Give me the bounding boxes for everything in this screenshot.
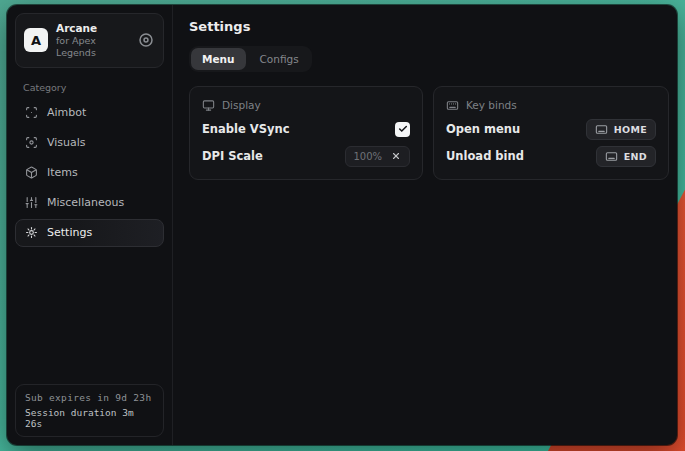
sidebar-item-settings[interactable]: Settings <box>15 219 164 247</box>
vsync-checkbox[interactable] <box>395 122 410 137</box>
unload-bind-row: Unload bind END <box>446 144 656 168</box>
keyboard-icon <box>605 150 618 163</box>
keybinds-card: Key binds Open menu HOME <box>433 86 669 180</box>
vsync-row: Enable VSync <box>202 117 410 141</box>
sidebar-item-label: Miscellaneous <box>47 196 124 209</box>
sidebar-item-label: Aimbot <box>47 106 86 119</box>
scan-eye-icon <box>25 136 38 149</box>
dpi-value: 100% <box>353 151 382 162</box>
category-label: Category <box>23 82 156 93</box>
main-content: Settings Menu Configs Display <box>173 5 685 445</box>
keybinds-card-header: Key binds <box>446 96 656 114</box>
sidebar-item-label: Items <box>47 166 78 179</box>
page-title: Settings <box>189 19 669 34</box>
clear-dpi-button[interactable] <box>390 150 402 162</box>
sub-expiry-text: Sub expires in 9d 23h <box>25 392 154 403</box>
tab-bar: Menu Configs <box>189 46 312 72</box>
sidebar-item-aimbot[interactable]: Aimbot <box>15 99 164 127</box>
gear-icon <box>25 226 38 239</box>
open-menu-bind-button[interactable]: HOME <box>586 119 656 140</box>
keyboard-icon <box>595 123 608 136</box>
display-card: Display Enable VSync <box>189 86 423 180</box>
package-icon <box>25 166 38 179</box>
check-icon <box>398 124 408 134</box>
sidebar-item-label: Visuals <box>47 136 86 149</box>
app-window: A Arcane for Apex Legends Category <box>7 5 677 445</box>
app-subtitle: for Apex Legends <box>56 35 129 59</box>
monitor-icon <box>202 99 215 112</box>
sidebar-item-items[interactable]: Items <box>15 159 164 187</box>
dpi-label: DPI Scale <box>202 149 263 163</box>
x-icon <box>391 151 401 161</box>
dpi-scale-input[interactable]: 100% <box>345 146 410 167</box>
settings-cards: Display Enable VSync <box>189 86 669 180</box>
keybinds-card-title: Key binds <box>466 99 517 111</box>
open-menu-label: Open menu <box>446 122 520 136</box>
sidebar-item-miscellaneous[interactable]: Miscellaneous <box>15 189 164 217</box>
open-menu-bind-key: HOME <box>614 124 647 135</box>
brand-card: A Arcane for Apex Legends <box>15 13 164 68</box>
target-icon[interactable] <box>137 31 155 49</box>
sidebar: A Arcane for Apex Legends Category <box>7 5 173 445</box>
sidebar-item-label: Settings <box>47 226 92 239</box>
keyboard-icon <box>446 99 459 112</box>
sidebar-item-visuals[interactable]: Visuals <box>15 129 164 157</box>
display-card-title: Display <box>222 99 261 111</box>
sidebar-nav: Aimbot Visuals <box>15 99 164 247</box>
display-card-header: Display <box>202 96 410 114</box>
dpi-row: DPI Scale 100% <box>202 144 410 168</box>
brand-text: Arcane for Apex Legends <box>56 22 129 59</box>
sidebar-spacer <box>15 247 164 384</box>
unload-bind-button[interactable]: END <box>596 146 656 167</box>
sliders-icon <box>25 196 38 209</box>
tab-menu[interactable]: Menu <box>191 48 246 70</box>
app-logo: A <box>24 28 48 52</box>
tab-configs[interactable]: Configs <box>249 48 310 70</box>
session-duration-text: Session duration 3m 26s <box>25 407 154 429</box>
screen: A Arcane for Apex Legends Category <box>0 0 685 451</box>
open-menu-row: Open menu HOME <box>446 117 656 141</box>
unload-bind-key: END <box>624 151 647 162</box>
unload-bind-label: Unload bind <box>446 149 524 163</box>
app-name: Arcane <box>56 22 129 35</box>
session-info-card: Sub expires in 9d 23h Session duration 3… <box>15 384 164 437</box>
crosshair-scan-icon <box>25 106 38 119</box>
vsync-label: Enable VSync <box>202 122 289 136</box>
